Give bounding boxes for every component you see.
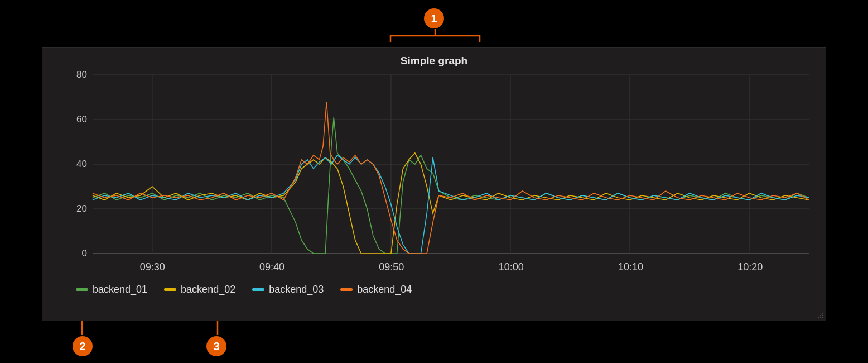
svg-text:0: 0 (82, 248, 87, 259)
svg-text:60: 60 (76, 114, 87, 125)
legend-swatch (340, 288, 353, 291)
series-line-backend_03 (93, 155, 809, 254)
legend-swatch (76, 288, 88, 291)
svg-text:20: 20 (76, 203, 87, 214)
chart-legend: backend_01backend_02backend_03backend_04 (76, 284, 826, 295)
legend-item-backend_04[interactable]: backend_04 (340, 284, 412, 295)
x-tick-label: 10:20 (737, 261, 763, 273)
svg-text:80: 80 (76, 69, 87, 80)
legend-item-backend_02[interactable]: backend_02 (164, 284, 235, 295)
x-tick-label: 09:30 (140, 261, 165, 273)
chart-plot-area[interactable]: 020406080 (65, 69, 814, 259)
legend-item-backend_03[interactable]: backend_03 (252, 284, 324, 295)
series-line-backend_02 (93, 153, 809, 254)
x-axis-labels: 09:3009:4009:5010:0010:1010:20 (65, 259, 814, 275)
legend-label: backend_02 (181, 284, 235, 295)
x-tick-label: 09:50 (379, 261, 404, 273)
callout-badge-1: 1 (424, 8, 444, 28)
legend-swatch (252, 288, 264, 291)
svg-text:40: 40 (76, 159, 87, 169)
graph-panel[interactable]: Simple graph 020406080 09:3009:4009:5010… (42, 47, 826, 321)
series-line-backend_04 (93, 102, 809, 254)
callout-badge-3: 3 (206, 336, 226, 356)
panel-title: Simple graph (42, 48, 826, 69)
panel-resize-handle-icon[interactable] (816, 311, 823, 318)
x-tick-label: 10:10 (618, 261, 643, 273)
series-line-backend_01 (93, 117, 809, 254)
callout-badge-2: 2 (73, 336, 93, 356)
legend-label: backend_01 (93, 284, 147, 295)
legend-item-backend_01[interactable]: backend_01 (76, 284, 147, 295)
x-tick-label: 09:40 (259, 261, 284, 273)
legend-label: backend_04 (357, 284, 412, 295)
legend-swatch (164, 288, 176, 291)
x-tick-label: 10:00 (499, 261, 524, 273)
legend-label: backend_03 (269, 284, 324, 295)
